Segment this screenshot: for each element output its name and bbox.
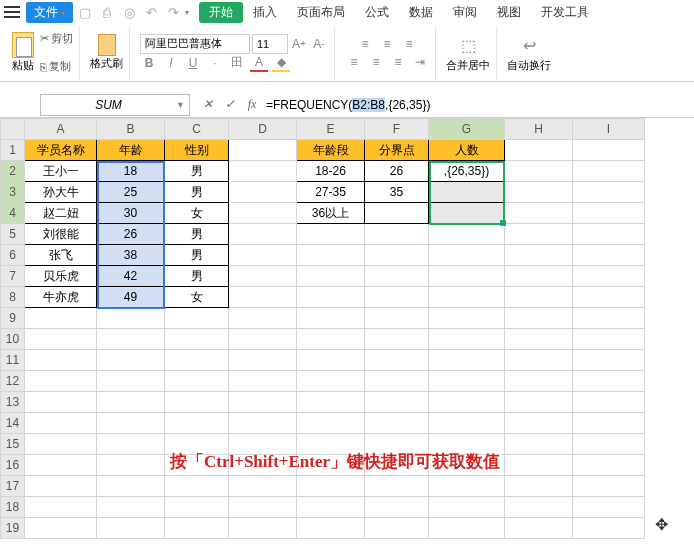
cell[interactable] bbox=[429, 287, 505, 308]
strike-button[interactable]: · bbox=[206, 54, 224, 72]
cell[interactable] bbox=[297, 287, 365, 308]
cell[interactable] bbox=[97, 350, 165, 371]
cell[interactable] bbox=[429, 476, 505, 497]
accept-formula-icon[interactable]: ✓ bbox=[222, 97, 238, 112]
cell[interactable] bbox=[25, 497, 97, 518]
cell[interactable] bbox=[229, 497, 297, 518]
cell[interactable]: 男 bbox=[165, 224, 229, 245]
cell[interactable] bbox=[165, 329, 229, 350]
col-G[interactable]: G bbox=[429, 119, 505, 140]
row-18[interactable]: 18 bbox=[1, 497, 25, 518]
align-bot-icon[interactable]: ≡ bbox=[400, 35, 418, 53]
cell[interactable] bbox=[505, 518, 573, 539]
cell[interactable] bbox=[365, 392, 429, 413]
cell[interactable]: 赵二妞 bbox=[25, 203, 97, 224]
fx-icon[interactable]: fx bbox=[244, 97, 260, 112]
cell[interactable] bbox=[365, 308, 429, 329]
cell[interactable] bbox=[229, 392, 297, 413]
wrap-icon[interactable]: ↩ bbox=[516, 32, 542, 58]
cell[interactable] bbox=[229, 350, 297, 371]
cell[interactable] bbox=[365, 413, 429, 434]
cell[interactable] bbox=[429, 392, 505, 413]
align-center-icon[interactable]: ≡ bbox=[367, 53, 385, 71]
cell[interactable] bbox=[297, 329, 365, 350]
cell[interactable] bbox=[505, 392, 573, 413]
cell[interactable] bbox=[97, 497, 165, 518]
cell[interactable] bbox=[97, 434, 165, 455]
cell[interactable]: 贝乐虎 bbox=[25, 266, 97, 287]
cell[interactable] bbox=[229, 476, 297, 497]
cell[interactable] bbox=[229, 266, 297, 287]
cell[interactable] bbox=[365, 266, 429, 287]
cell[interactable]: 王小一 bbox=[25, 161, 97, 182]
row-12[interactable]: 12 bbox=[1, 371, 25, 392]
cell[interactable] bbox=[573, 392, 645, 413]
cell[interactable] bbox=[573, 287, 645, 308]
row-1[interactable]: 1 bbox=[1, 140, 25, 161]
cell[interactable] bbox=[25, 476, 97, 497]
cell-G3[interactable] bbox=[429, 182, 505, 203]
cell[interactable] bbox=[573, 518, 645, 539]
cell[interactable] bbox=[165, 413, 229, 434]
cell[interactable] bbox=[365, 224, 429, 245]
row-11[interactable]: 11 bbox=[1, 350, 25, 371]
decrease-font-icon[interactable]: A- bbox=[310, 35, 328, 53]
cell[interactable] bbox=[229, 518, 297, 539]
cell[interactable] bbox=[97, 308, 165, 329]
cell[interactable] bbox=[25, 308, 97, 329]
cell[interactable] bbox=[25, 350, 97, 371]
cell[interactable] bbox=[25, 434, 97, 455]
col-F[interactable]: F bbox=[365, 119, 429, 140]
cell[interactable]: 38 bbox=[97, 245, 165, 266]
format-painter-icon[interactable] bbox=[98, 34, 116, 56]
cell[interactable] bbox=[297, 413, 365, 434]
cell[interactable]: 18 bbox=[97, 161, 165, 182]
cell[interactable] bbox=[505, 371, 573, 392]
cell[interactable]: 年龄段 bbox=[297, 140, 365, 161]
cell[interactable] bbox=[429, 329, 505, 350]
cell[interactable] bbox=[573, 476, 645, 497]
cell[interactable] bbox=[505, 224, 573, 245]
col-D[interactable]: D bbox=[229, 119, 297, 140]
cell[interactable] bbox=[97, 413, 165, 434]
cell[interactable]: 张飞 bbox=[25, 245, 97, 266]
row-16[interactable]: 16 bbox=[1, 455, 25, 476]
save-icon[interactable]: ▢ bbox=[75, 3, 95, 21]
cell[interactable]: 女 bbox=[165, 203, 229, 224]
cell[interactable] bbox=[505, 434, 573, 455]
tab-formula[interactable]: 公式 bbox=[355, 2, 399, 23]
cell[interactable] bbox=[573, 224, 645, 245]
align-left-icon[interactable]: ≡ bbox=[345, 53, 363, 71]
cell[interactable]: 男 bbox=[165, 245, 229, 266]
cell[interactable] bbox=[505, 182, 573, 203]
underline-button[interactable]: U bbox=[184, 54, 202, 72]
italic-button[interactable]: I bbox=[162, 54, 180, 72]
row-2[interactable]: 2 bbox=[1, 161, 25, 182]
cell[interactable] bbox=[573, 413, 645, 434]
align-mid-icon[interactable]: ≡ bbox=[378, 35, 396, 53]
cell[interactable]: 女 bbox=[165, 287, 229, 308]
cell[interactable]: 学员名称 bbox=[25, 140, 97, 161]
cell[interactable] bbox=[429, 413, 505, 434]
row-17[interactable]: 17 bbox=[1, 476, 25, 497]
cell[interactable] bbox=[97, 476, 165, 497]
cell[interactable] bbox=[365, 350, 429, 371]
cell[interactable] bbox=[573, 203, 645, 224]
bold-button[interactable]: B bbox=[140, 54, 158, 72]
align-right-icon[interactable]: ≡ bbox=[389, 53, 407, 71]
row-5[interactable]: 5 bbox=[1, 224, 25, 245]
cell[interactable] bbox=[505, 266, 573, 287]
cell[interactable] bbox=[505, 308, 573, 329]
cell[interactable] bbox=[573, 161, 645, 182]
cell[interactable] bbox=[165, 371, 229, 392]
cell[interactable] bbox=[297, 266, 365, 287]
cancel-formula-icon[interactable]: ✕ bbox=[200, 97, 216, 112]
tab-layout[interactable]: 页面布局 bbox=[287, 2, 355, 23]
row-19[interactable]: 19 bbox=[1, 518, 25, 539]
row-8[interactable]: 8 bbox=[1, 287, 25, 308]
fillcolor-button[interactable]: ◆ bbox=[272, 54, 290, 72]
cell[interactable] bbox=[505, 329, 573, 350]
cell[interactable] bbox=[229, 371, 297, 392]
cell[interactable] bbox=[229, 329, 297, 350]
cell[interactable] bbox=[573, 245, 645, 266]
